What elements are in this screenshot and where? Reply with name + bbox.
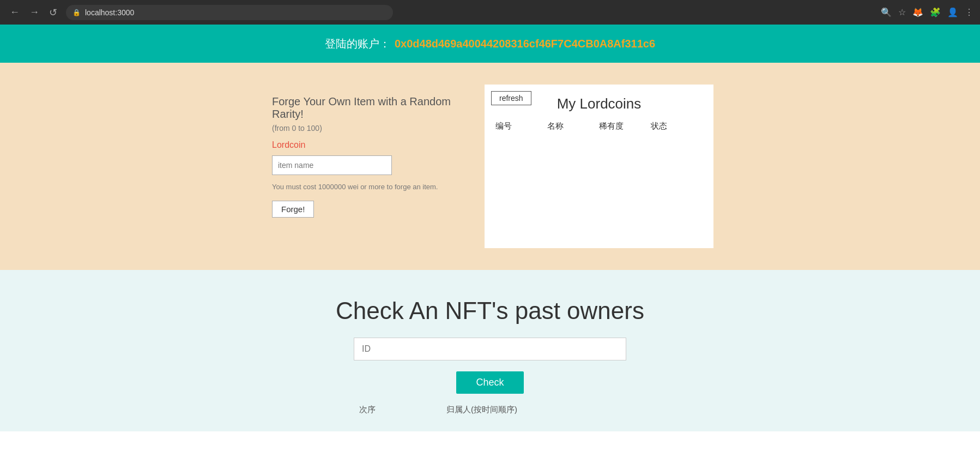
forge-cost-text: You must cost 1000000 wei or more to for… <box>272 183 474 191</box>
lordcoins-table-header: 编号 名称 稀有度 状态 <box>485 121 713 131</box>
url-text: localhost:3000 <box>85 8 134 17</box>
user-icon[interactable]: 👤 <box>947 7 958 17</box>
nav-buttons: ← → ↺ <box>7 4 61 21</box>
main-content: Forge Your Own Item with a Random Rarity… <box>0 63 980 270</box>
col-name: 名称 <box>547 121 599 131</box>
forge-title: Forge Your Own Item with a Random Rarity… <box>272 95 474 121</box>
forge-subtitle: (from 0 to 100) <box>272 124 474 133</box>
puzzle-icon[interactable]: 🧩 <box>930 7 941 17</box>
nft-id-input[interactable] <box>354 338 626 360</box>
col-id: 编号 <box>495 121 547 131</box>
item-name-input[interactable] <box>272 155 392 175</box>
lock-icon: 🔒 <box>72 9 81 16</box>
address-bar[interactable]: 🔒 localhost:3000 <box>66 5 393 20</box>
star-icon[interactable]: ☆ <box>898 7 906 17</box>
nft-table-header: 次序 归属人(按时间顺序) <box>354 405 626 415</box>
forge-button[interactable]: Forge! <box>272 201 314 218</box>
back-button[interactable]: ← <box>7 4 23 20</box>
search-icon[interactable]: 🔍 <box>881 7 892 17</box>
fox-icon[interactable]: 🦊 <box>912 7 923 17</box>
browser-actions: 🔍 ☆ 🦊 🧩 👤 ⋮ <box>881 7 973 17</box>
col-owner: 归属人(按时间顺序) <box>446 405 621 415</box>
header-address: 0x0d48d469a40044208316cf46F7C4CB0A8Af311… <box>395 38 655 50</box>
header-label: 登陆的账户： <box>325 37 390 51</box>
forge-label: Lordcoin <box>272 140 474 150</box>
nft-title: Check An NFT's past owners <box>336 297 644 324</box>
browser-chrome: ← → ↺ 🔒 localhost:3000 🔍 ☆ 🦊 🧩 👤 ⋮ <box>0 0 980 25</box>
refresh-button[interactable]: refresh <box>491 91 531 105</box>
lordcoins-panel: refresh My Lordcoins 编号 名称 稀有度 状态 <box>485 85 713 248</box>
reload-button[interactable]: ↺ <box>46 4 61 21</box>
forward-button[interactable]: → <box>26 4 43 20</box>
forge-section: Forge Your Own Item with a Random Rarity… <box>267 85 485 248</box>
nft-section: Check An NFT's past owners Check 次序 归属人(… <box>0 270 980 431</box>
col-rarity: 稀有度 <box>599 121 651 131</box>
menu-icon[interactable]: ⋮ <box>965 7 973 17</box>
check-button[interactable]: Check <box>456 371 523 394</box>
header-bar: 登陆的账户： 0x0d48d469a40044208316cf46F7C4CB0… <box>0 25 980 63</box>
col-status: 状态 <box>651 121 703 131</box>
col-order: 次序 <box>359 405 446 415</box>
